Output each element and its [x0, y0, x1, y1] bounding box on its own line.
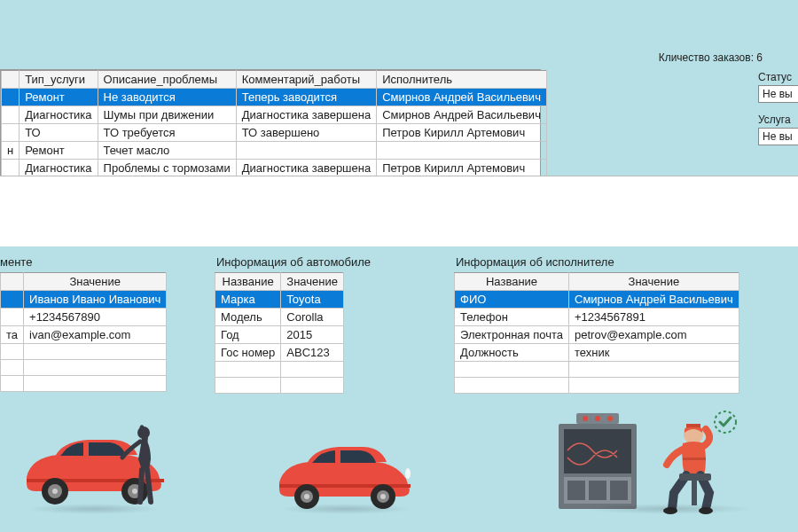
table-row[interactable]: РемонтНе заводитсяТеперь заводитсяСмирно… [2, 89, 547, 106]
svg-rect-32 [692, 481, 697, 505]
cell[interactable]: Диагностика завершена [236, 160, 376, 177]
table-row[interactable]: ТОТО требуетсяТО завершеноПетров Кирилл … [2, 124, 547, 142]
cell-value[interactable]: Смирнов Андрей Васильевич [569, 291, 739, 309]
svg-rect-27 [686, 424, 700, 427]
cell-value[interactable]: Corolla [281, 309, 344, 326]
cell[interactable] [377, 142, 547, 160]
executor-col-value[interactable]: Значение [569, 273, 739, 291]
orders-header-row: Тип_услуги Описание_проблемы Комментарий… [2, 71, 547, 89]
orders-col-executor[interactable]: Исполнитель [377, 71, 547, 89]
car-info-title: Информация об автомобиле [215, 255, 371, 269]
cell[interactable]: Теперь заводится [236, 89, 376, 106]
orders-col-type[interactable]: Тип_услуги [20, 71, 98, 89]
cell[interactable] [2, 124, 20, 142]
cell-key[interactable]: Марка [215, 291, 281, 309]
table-row[interactable]: ФИОСмирнов Андрей Васильевич [455, 291, 739, 309]
cell[interactable]: Течет масло [98, 142, 236, 160]
car-illustration [266, 424, 426, 512]
cell-value[interactable]: petrov@example.com [569, 326, 739, 344]
table-row[interactable]: Электронная почтаpetrov@example.com [455, 326, 739, 344]
cell-key[interactable]: Должность [455, 344, 569, 362]
orders-col-comment[interactable]: Комментарий_работы [236, 71, 376, 89]
table-row[interactable]: ДиагностикаПроблемы с тормозамиДиагности… [2, 160, 547, 177]
car-col-name[interactable]: Название [215, 273, 281, 291]
table-row-empty [1, 344, 167, 360]
cell[interactable] [236, 142, 376, 160]
car-info-table[interactable]: Название Значение МаркаToyotaМодельCorol… [215, 272, 344, 394]
client-illustration [9, 415, 186, 512]
cell-key[interactable]: Год [215, 326, 281, 344]
table-row[interactable]: таivan@example.com [1, 326, 167, 344]
cell-key[interactable]: Модель [215, 309, 281, 326]
cell-key[interactable] [1, 291, 24, 309]
cell[interactable]: Смирнов Андрей Васильевич [377, 89, 547, 106]
cell[interactable]: Диагностика завершена [236, 106, 376, 124]
table-row-empty [1, 376, 167, 392]
car-info-panel: Информация об автомобиле Название Значен… [215, 255, 371, 394]
cell-key[interactable]: Гос номер [215, 344, 281, 362]
car-col-value[interactable]: Значение [281, 273, 344, 291]
client-col-value[interactable]: Значение [24, 273, 167, 291]
svg-rect-31 [679, 473, 711, 481]
table-row[interactable]: Год2015 [215, 326, 344, 344]
cell-value[interactable]: 2015 [281, 326, 344, 344]
orders-col-problem[interactable]: Описание_проблемы [98, 71, 236, 89]
cell-value[interactable]: техник [569, 344, 739, 362]
table-row[interactable]: Должностьтехник [455, 344, 739, 362]
cell[interactable]: Проблемы с тормозами [98, 160, 236, 177]
svg-rect-21 [610, 481, 628, 500]
cell[interactable] [2, 106, 20, 124]
cell-value[interactable]: +1234567890 [24, 309, 167, 326]
orders-col-0[interactable] [2, 71, 20, 89]
cell-key[interactable]: та [1, 326, 24, 344]
cell[interactable]: Диагностика [20, 106, 98, 124]
cell[interactable] [2, 160, 20, 177]
cell-value[interactable]: Toyota [281, 291, 344, 309]
cell-key[interactable]: Электронная почта [455, 326, 569, 344]
cell-value[interactable]: +1234567891 [569, 309, 739, 326]
table-row-empty [1, 360, 167, 376]
cell-value[interactable]: ivan@example.com [24, 326, 167, 344]
cell[interactable]: ТО требуется [98, 124, 236, 142]
executor-info-table[interactable]: Название Значение ФИОСмирнов Андрей Васи… [454, 272, 739, 394]
cell[interactable]: Петров Кирилл Артемович [377, 160, 547, 177]
illustration-row [0, 399, 798, 532]
cell[interactable] [2, 89, 20, 106]
cell[interactable]: Смирнов Андрей Васильевич [377, 106, 547, 124]
cell[interactable]: Не заводится [98, 89, 236, 106]
cell[interactable]: Ремонт [20, 142, 98, 160]
cell[interactable]: Диагностика [20, 160, 98, 177]
cell-key[interactable] [1, 309, 24, 326]
svg-rect-19 [567, 481, 585, 500]
cell[interactable]: ТО [20, 124, 98, 142]
service-filter-select[interactable]: Не вы [758, 128, 798, 145]
cell[interactable]: ТО завершено [236, 124, 376, 142]
cell[interactable]: н [2, 142, 20, 160]
cell[interactable]: Петров Кирилл Артемович [377, 124, 547, 142]
middle-blank-panel [0, 176, 798, 246]
cell-value[interactable]: ABC123 [281, 344, 344, 362]
table-row[interactable]: Телефон+1234567891 [455, 309, 739, 326]
table-row[interactable]: +1234567890 [1, 309, 167, 326]
cell-value[interactable]: Иванов Ивано Иванович [24, 291, 167, 309]
table-row-empty [215, 378, 344, 394]
table-row[interactable]: нРемонтТечет масло [2, 142, 547, 160]
cell[interactable]: Шумы при движении [98, 106, 236, 124]
cell[interactable]: Ремонт [20, 89, 98, 106]
table-row[interactable]: МаркаToyota [215, 291, 344, 309]
executor-col-name[interactable]: Название [455, 273, 569, 291]
table-row[interactable]: ДиагностикаШумы при движенииДиагностика … [2, 106, 547, 124]
client-info-table[interactable]: Значение Иванов Ивано Иванович+123456789… [0, 272, 167, 392]
cell-key[interactable]: Телефон [455, 309, 569, 326]
svg-rect-28 [683, 458, 706, 460]
table-row[interactable]: Иванов Ивано Иванович [1, 291, 167, 309]
cell-key[interactable]: ФИО [455, 291, 569, 309]
status-filter-label: Статус [758, 71, 798, 83]
status-filter-select[interactable]: Не вы [758, 85, 798, 103]
table-row[interactable]: МодельCorolla [215, 309, 344, 326]
service-filter: Услуга Не вы [758, 113, 798, 145]
client-col-name[interactable] [1, 273, 24, 291]
svg-rect-20 [589, 481, 606, 500]
client-info-panel: менте Значение Иванов Ивано Иванович+123… [0, 255, 177, 392]
table-row[interactable]: Гос номерABC123 [215, 344, 344, 362]
